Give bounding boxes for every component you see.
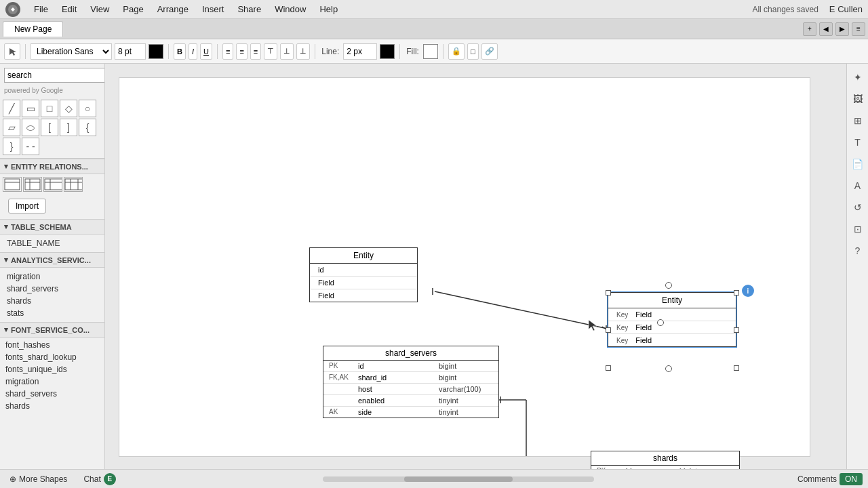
align-right-button[interactable]: ≡ — [250, 43, 261, 60]
handle-ml[interactable] — [606, 327, 611, 333]
handle-mr[interactable] — [657, 319, 664, 326]
align-left-button[interactable]: ≡ — [222, 43, 233, 60]
right-btn-table[interactable]: ⊞ — [850, 113, 866, 129]
handle-tc[interactable] — [665, 282, 672, 289]
right-btn-page[interactable]: 📄 — [850, 156, 866, 172]
info-badge[interactable]: i — [742, 285, 754, 297]
handle-tl[interactable] — [606, 290, 611, 296]
font-color-swatch[interactable] — [149, 44, 163, 59]
italic-button[interactable]: I — [189, 43, 197, 60]
search-input[interactable] — [4, 68, 105, 83]
right-btn-font[interactable]: A — [850, 178, 866, 194]
align-center-button[interactable]: ≡ — [236, 43, 247, 60]
right-btn-text[interactable]: T — [850, 134, 866, 150]
menu-file[interactable]: File — [28, 3, 54, 16]
menu-help[interactable]: Help — [314, 3, 343, 16]
font-item-unique-ids[interactable]: fonts_unique_ids — [3, 363, 102, 375]
shards-table[interactable]: shards PK id bigint name varchar(10) dat… — [591, 451, 740, 469]
shape-brace-l[interactable]: { — [79, 119, 96, 136]
shape-cylinder[interactable]: ⬭ — [22, 119, 39, 136]
import-button[interactable]: Import — [8, 199, 46, 214]
menu-page[interactable]: Page — [117, 3, 149, 16]
menu-edit[interactable]: Edit — [56, 3, 82, 16]
tab-menu-button[interactable]: ≡ — [852, 22, 865, 36]
fill-color-swatch[interactable] — [423, 44, 438, 59]
entity-shape-3[interactable] — [43, 177, 62, 192]
font-item-shards[interactable]: shards — [3, 400, 102, 412]
shape-brace-r[interactable]: } — [3, 138, 20, 155]
valign-top-button[interactable]: ⊤ — [264, 43, 277, 60]
tab-prev-button[interactable]: ◀ — [819, 22, 833, 36]
menu-view[interactable]: View — [85, 3, 115, 16]
handle-br[interactable] — [734, 365, 739, 371]
bold-button[interactable]: B — [174, 43, 186, 60]
handle-bc[interactable] — [665, 365, 672, 372]
shape-dashed[interactable]: - - — [22, 138, 39, 155]
scroll-thumb[interactable] — [404, 476, 513, 482]
menu-insert[interactable]: Insert — [197, 3, 230, 16]
shadow-button[interactable]: □ — [467, 43, 479, 60]
shape-diamond[interactable]: ◇ — [60, 100, 77, 117]
tab-next-button[interactable]: ▶ — [835, 22, 849, 36]
menu-window[interactable]: Window — [269, 3, 311, 16]
font-item-shard-servers[interactable]: shard_servers — [3, 388, 102, 400]
shape-rect-rounded[interactable]: ▭ — [22, 100, 39, 117]
right-btn-star[interactable]: ✦ — [850, 69, 866, 85]
entity2-box[interactable]: Entity Key Field Key Field Key Field — [608, 292, 736, 347]
entity1-box[interactable]: Entity id Field Field — [309, 247, 418, 302]
shape-line[interactable]: ╱ — [3, 100, 20, 117]
lock-button[interactable]: 🔒 — [448, 43, 465, 60]
handle-bl[interactable] — [606, 365, 611, 371]
section-analytics-header[interactable]: ▾ ANALYTICS_SERVIC... — [0, 252, 104, 268]
handle-tr[interactable] — [734, 290, 739, 296]
shard-servers-table[interactable]: shard_servers PK id bigint FK,AK shard_i… — [323, 346, 499, 418]
entity-shape-1[interactable] — [3, 177, 22, 192]
shape-rect[interactable]: □ — [41, 100, 58, 117]
shards-key-1: PK — [597, 467, 620, 469]
right-btn-help[interactable]: ? — [850, 243, 866, 259]
section-font-header[interactable]: ▾ FONT_SERVICE_CO... — [0, 322, 104, 338]
more-shapes-button[interactable]: ⊕ More Shapes — [5, 473, 71, 485]
analytics-item-stats[interactable]: stats — [4, 307, 100, 319]
shape-parallelogram[interactable]: ▱ — [3, 119, 20, 136]
new-tab-button[interactable]: + — [803, 22, 816, 36]
analytics-item-shard-servers[interactable]: shard_servers — [4, 283, 100, 295]
valign-mid-button[interactable]: ⊥ — [280, 43, 294, 60]
shape-ellipse[interactable]: ○ — [79, 100, 96, 117]
shape-bracket-r[interactable]: ] — [60, 119, 77, 136]
font-item-hashes[interactable]: font_hashes — [3, 339, 102, 351]
analytics-item-migration[interactable]: migration — [4, 270, 100, 283]
chat-button[interactable]: Chat E — [79, 472, 119, 487]
canvas-area[interactable]: Entity id Field Field Entity Key Field K… — [105, 64, 846, 469]
analytics-item-shards[interactable]: shards — [4, 295, 100, 307]
font-size-input[interactable] — [115, 43, 146, 60]
right-btn-image[interactable]: 🖼 — [850, 91, 866, 107]
font-item-shard-lookup[interactable]: fonts_shard_lookup — [3, 351, 102, 363]
menu-share[interactable]: Share — [232, 3, 267, 16]
menu-arrange[interactable]: Arrange — [152, 3, 194, 16]
font-item-migration[interactable]: migration — [3, 375, 102, 388]
valign-bot-button[interactable]: ⊥ — [296, 43, 310, 60]
chat-avatar: E — [104, 473, 116, 485]
right-btn-history[interactable]: ↺ — [850, 199, 866, 216]
link-button[interactable]: 🔗 — [481, 43, 498, 60]
horizontal-scrollbar[interactable] — [323, 476, 594, 482]
on-toggle-button[interactable]: ON — [840, 473, 863, 485]
section-entity-header[interactable]: ▾ ENTITY RELATIONS... — [0, 159, 104, 174]
table-name-item[interactable]: TABLE_NAME — [4, 237, 100, 249]
section-table-chevron: ▾ — [4, 222, 8, 231]
comments-button[interactable]: Comments — [797, 474, 837, 484]
active-tab[interactable]: New Page — [3, 21, 63, 37]
underline-button[interactable]: U — [200, 43, 212, 60]
line-color-swatch[interactable] — [380, 44, 395, 59]
entity-shape-4[interactable] — [64, 177, 83, 192]
font-select[interactable]: Liberation Sans — [31, 43, 112, 60]
select-tool[interactable] — [4, 43, 20, 60]
diagram-canvas[interactable]: Entity id Field Field Entity Key Field K… — [119, 77, 810, 457]
section-table-header[interactable]: ▾ TABLE_SCHEMA — [0, 219, 104, 235]
shape-bracket-l[interactable]: [ — [41, 119, 58, 136]
entity-shape-2[interactable] — [23, 177, 42, 192]
line-size-input[interactable] — [343, 43, 377, 60]
handle-rm[interactable] — [734, 327, 739, 333]
right-btn-plugin[interactable]: ⊡ — [850, 221, 866, 237]
